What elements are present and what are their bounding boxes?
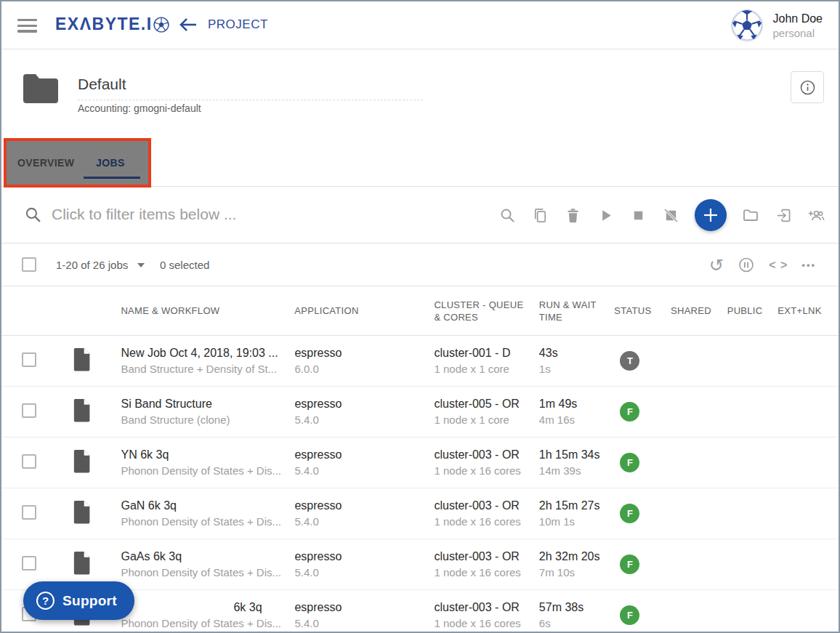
table-header: NAME & WORKFLOW APPLICATION CLUSTER - QU… bbox=[1, 286, 839, 336]
select-all-checkbox[interactable] bbox=[22, 257, 36, 272]
row-checkbox[interactable] bbox=[22, 505, 36, 520]
project-title[interactable]: Default bbox=[78, 76, 423, 100]
job-application-version: 5.4.0 bbox=[294, 616, 434, 631]
support-button[interactable]: ? Support bbox=[23, 581, 134, 620]
status-badge: F bbox=[620, 555, 639, 574]
job-cluster-queue: cluster-003 - OR bbox=[435, 600, 539, 616]
stop-jobs-button[interactable] bbox=[629, 206, 647, 224]
job-wait-time: 10m 1s bbox=[539, 514, 615, 529]
job-name[interactable]: YN 6k 3q bbox=[121, 447, 294, 463]
row-checkbox[interactable] bbox=[22, 403, 36, 418]
folder-icon bbox=[742, 206, 759, 224]
plus-icon bbox=[701, 206, 720, 225]
job-cores: 1 node x 16 cores bbox=[435, 463, 539, 478]
row-checkbox[interactable] bbox=[22, 454, 36, 469]
more-options-button[interactable]: ••• bbox=[801, 260, 816, 270]
job-cores: 1 node x 1 core bbox=[435, 361, 539, 376]
file-icon bbox=[73, 347, 92, 371]
filter-bar bbox=[1, 187, 839, 243]
file-icon bbox=[73, 551, 92, 575]
info-button[interactable] bbox=[791, 71, 824, 103]
row-checkbox[interactable] bbox=[22, 352, 36, 367]
job-name[interactable]: Si Band Structure bbox=[121, 396, 294, 412]
run-jobs-button[interactable] bbox=[597, 206, 614, 224]
file-icon bbox=[73, 449, 92, 473]
add-people-icon bbox=[807, 206, 825, 224]
table-row[interactable]: YN 6k 3q Phonon Density of States + Dis.… bbox=[1, 438, 839, 488]
pause-updates-button[interactable] bbox=[738, 257, 755, 274]
table-row[interactable]: Si Band Structure Band Structure (clone)… bbox=[1, 387, 839, 438]
col-shared[interactable]: SHARED bbox=[671, 305, 727, 317]
logo-text: EXΛBYTE.I bbox=[55, 15, 153, 34]
job-application: espresso bbox=[294, 600, 434, 616]
search-icon bbox=[24, 206, 42, 224]
job-wait-time: 7m 10s bbox=[539, 565, 615, 580]
logo[interactable]: EXΛBYTE.I bbox=[55, 15, 169, 34]
create-job-button[interactable] bbox=[695, 199, 727, 231]
status-badge: F bbox=[620, 453, 639, 472]
terminate-slashed-square-icon bbox=[663, 207, 679, 224]
job-wait-time: 6s bbox=[539, 616, 615, 631]
tab-overview[interactable]: OVERVIEW bbox=[17, 157, 74, 169]
tab-jobs[interactable]: JOBS bbox=[96, 157, 125, 169]
job-cluster-queue: cluster-001 - D bbox=[435, 345, 539, 361]
job-run-time: 1m 49s bbox=[539, 396, 615, 412]
pagination-label: 1-20 of 26 jobs bbox=[56, 259, 128, 271]
job-workflow: Phonon Density of States + Dis... bbox=[121, 616, 294, 631]
avatar[interactable] bbox=[731, 9, 763, 41]
job-name[interactable]: 6k 3q bbox=[121, 600, 294, 616]
code-view-button[interactable]: < > bbox=[769, 259, 788, 271]
menu-icon[interactable] bbox=[17, 19, 37, 33]
table-row[interactable]: GaN 6k 3q Phonon Density of States + Dis… bbox=[1, 488, 839, 539]
active-tab-indicator bbox=[84, 177, 140, 180]
job-application-version: 6.0.0 bbox=[294, 361, 434, 376]
job-cores: 1 node x 1 core bbox=[435, 412, 539, 427]
back-arrow-icon[interactable] bbox=[178, 16, 198, 33]
user-menu[interactable]: John Doe personal bbox=[731, 9, 823, 41]
status-badge: T bbox=[620, 351, 639, 371]
job-cores: 1 node x 16 cores bbox=[435, 565, 539, 580]
stop-icon bbox=[630, 207, 647, 224]
col-run-wait-time[interactable]: RUN & WAIT TIME bbox=[539, 299, 615, 323]
job-run-time: 2h 15m 27s bbox=[539, 498, 615, 514]
selected-count: 0 selected bbox=[160, 259, 209, 271]
tabs-highlight-annotation: OVERVIEW JOBS bbox=[4, 138, 151, 188]
job-cluster-queue: cluster-003 - OR bbox=[435, 549, 539, 565]
support-label: Support bbox=[62, 593, 117, 609]
col-application[interactable]: APPLICATION bbox=[294, 305, 434, 317]
col-ext-lnk[interactable]: EXT+LNK bbox=[778, 305, 839, 317]
filter-input[interactable] bbox=[52, 200, 459, 229]
col-cluster-queue-cores[interactable]: CLUSTER - QUEUE & CORES bbox=[434, 299, 538, 323]
delete-jobs-button[interactable] bbox=[564, 206, 581, 224]
search-jobs-button[interactable] bbox=[498, 206, 516, 224]
logo-ball-icon bbox=[153, 17, 169, 33]
job-workflow: Band Structure + Density of St... bbox=[121, 361, 294, 376]
job-run-time: 57m 38s bbox=[539, 600, 615, 616]
job-wait-time: 4m 16s bbox=[539, 412, 615, 427]
job-application: espresso bbox=[294, 549, 434, 565]
set-folder-button[interactable] bbox=[742, 206, 759, 224]
copy-jobs-button[interactable] bbox=[531, 206, 549, 224]
terminate-jobs-button[interactable] bbox=[662, 206, 679, 224]
job-application-version: 5.4.0 bbox=[294, 412, 434, 427]
job-cluster-queue: cluster-005 - OR bbox=[435, 396, 539, 412]
refresh-button[interactable]: ↺ bbox=[709, 257, 724, 274]
pause-circle-icon bbox=[738, 256, 755, 274]
job-application-version: 5.4.0 bbox=[294, 514, 434, 529]
move-jobs-button[interactable] bbox=[775, 206, 792, 224]
job-name[interactable]: New Job Oct 4, 2018, 19:03 ... bbox=[121, 345, 294, 361]
share-jobs-button[interactable] bbox=[807, 206, 825, 224]
status-badge: F bbox=[620, 605, 639, 625]
job-workflow: Band Structure (clone) bbox=[121, 412, 294, 427]
job-name[interactable]: GaN 6k 3q bbox=[121, 498, 294, 514]
row-checkbox[interactable] bbox=[22, 556, 36, 570]
table-row[interactable]: New Job Oct 4, 2018, 19:03 ... Band Stru… bbox=[1, 336, 839, 387]
job-name[interactable]: GaAs 6k 3q bbox=[121, 549, 294, 565]
col-status[interactable]: STATUS bbox=[614, 305, 671, 317]
job-cluster-queue: cluster-003 - OR bbox=[435, 498, 539, 514]
table-row[interactable]: GaAs 6k 3q Phonon Density of States + Di… bbox=[1, 539, 839, 590]
pagination-dropdown[interactable]: 1-20 of 26 jobs bbox=[56, 259, 145, 271]
col-name-workflow[interactable]: NAME & WORKFLOW bbox=[121, 305, 294, 317]
status-badge: F bbox=[620, 504, 639, 523]
col-public[interactable]: PUBLIC bbox=[727, 305, 778, 317]
